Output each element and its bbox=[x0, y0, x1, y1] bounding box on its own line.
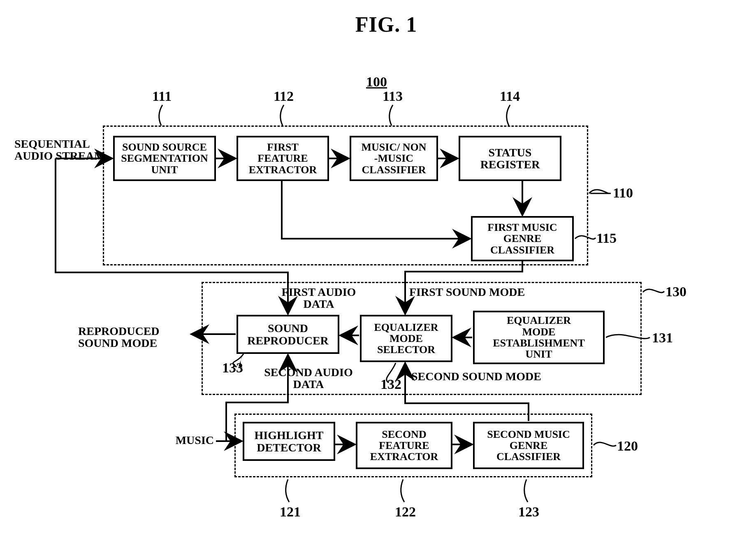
block-music-nonmusic-classifier: MUSIC/ NON -MUSIC CLASSIFIER bbox=[350, 136, 438, 181]
block-label: MUSIC/ NON -MUSIC CLASSIFIER bbox=[361, 142, 426, 175]
block-label: STATUS REGISTER bbox=[480, 146, 540, 171]
block-label: FIRST MUSIC GENRE CLASSIFIER bbox=[487, 222, 557, 256]
ref-112: 112 bbox=[274, 88, 294, 104]
ref-113: 113 bbox=[383, 88, 403, 104]
block-first-feature-extractor: FIRST FEATURE EXTRACTOR bbox=[237, 136, 329, 181]
block-status-register: STATUS REGISTER bbox=[459, 136, 561, 181]
ref-114: 114 bbox=[500, 88, 520, 104]
ref-132: 132 bbox=[380, 377, 401, 392]
ref-115: 115 bbox=[596, 230, 617, 246]
block-equalizer-mode-selector: EQUALIZER MODE SELECTOR bbox=[360, 315, 452, 362]
ref-100: 100 bbox=[366, 74, 387, 90]
block-label: FIRST FEATURE EXTRACTOR bbox=[249, 142, 317, 175]
block-second-feature-extractor: SECOND FEATURE EXTRACTOR bbox=[356, 422, 452, 469]
label-second-sound-mode: SECOND SOUND MODE bbox=[411, 370, 551, 382]
ref-120: 120 bbox=[617, 438, 638, 454]
ref-111: 111 bbox=[152, 88, 172, 104]
ref-110: 110 bbox=[613, 185, 633, 201]
label-music: MUSIC bbox=[165, 434, 214, 446]
label-first-audio-data: FIRST AUDIO DATA bbox=[271, 286, 366, 310]
diagram-canvas: FIG. 1 100 111 112 113 114 SOUND SOURCE … bbox=[8, 8, 756, 558]
block-highlight-detector: HIGHLIGHT DETECTOR bbox=[243, 422, 335, 461]
ref-121: 121 bbox=[280, 504, 301, 520]
ref-133: 133 bbox=[222, 360, 243, 376]
block-sound-source-segmentation: SOUND SOURCE SEGMENTATION UNIT bbox=[113, 136, 216, 181]
label-second-audio-data: SECOND AUDIO DATA bbox=[255, 366, 362, 391]
block-label: SECOND FEATURE EXTRACTOR bbox=[370, 429, 438, 463]
figure-title: FIG. 1 bbox=[8, 12, 756, 37]
ref-123: 123 bbox=[518, 504, 539, 520]
label-sequential-audio: SEQUENTIAL AUDIO STREAM bbox=[14, 138, 109, 162]
block-label: SECOND MUSIC GENRE CLASSIFIER bbox=[487, 429, 570, 463]
block-label: EQUALIZER MODE SELECTOR bbox=[374, 322, 438, 356]
label-first-sound-mode: FIRST SOUND MODE bbox=[409, 286, 537, 298]
block-label: HIGHLIGHT DETECTOR bbox=[254, 429, 323, 453]
block-label: SOUND SOURCE SEGMENTATION UNIT bbox=[121, 142, 208, 175]
block-equalizer-mode-establishment: EQUALIZER MODE ESTABLISHMENT UNIT bbox=[473, 311, 605, 364]
block-first-music-genre-classifier: FIRST MUSIC GENRE CLASSIFIER bbox=[471, 216, 574, 261]
block-label: SOUND REPRODUCER bbox=[247, 322, 329, 346]
ref-122: 122 bbox=[395, 504, 416, 520]
label-reproduced: REPRODUCED SOUND MODE bbox=[78, 325, 185, 349]
block-second-music-genre-classifier: SECOND MUSIC GENRE CLASSIFIER bbox=[473, 422, 584, 469]
ref-130: 130 bbox=[666, 284, 686, 300]
block-label: EQUALIZER MODE ESTABLISHMENT UNIT bbox=[493, 315, 584, 360]
ref-131: 131 bbox=[652, 330, 673, 346]
block-sound-reproducer: SOUND REPRODUCER bbox=[237, 315, 339, 354]
